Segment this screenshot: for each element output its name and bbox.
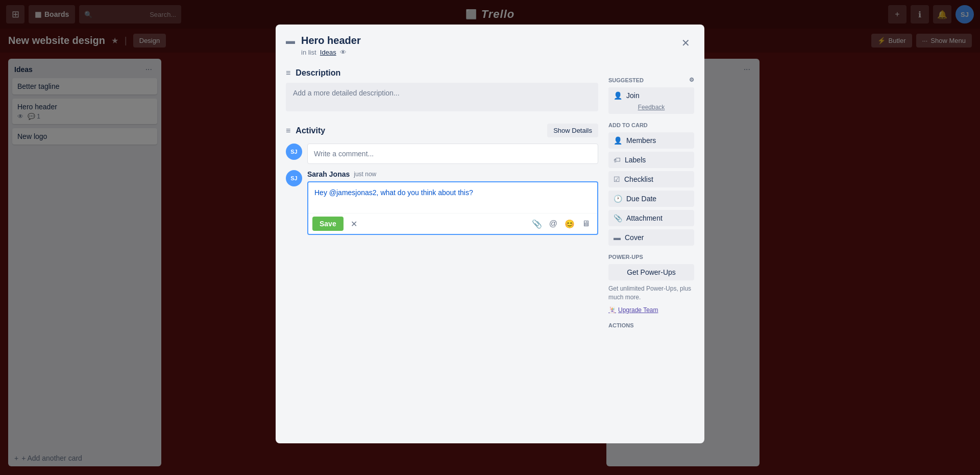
add-to-card-title-text: ADD TO CARD: [608, 122, 648, 128]
attachment-label: Attachment: [626, 214, 663, 222]
members-icon: 👤: [614, 136, 622, 145]
activity-icon: ≡: [286, 126, 290, 135]
add-to-card-title: ADD TO CARD: [608, 122, 694, 128]
cancel-comment-button[interactable]: ✕: [348, 217, 360, 231]
comment-placeholder: Write a comment...: [314, 150, 374, 158]
comment-text: Hey @jamesjonas2, what do you think abou…: [308, 182, 597, 213]
join-label: Join: [626, 91, 640, 100]
due-date-label: Due Date: [626, 195, 656, 203]
comment-time: just now: [354, 171, 376, 178]
modal-body: ≡ Description Add a more detailed descri…: [276, 60, 704, 339]
checklist-icon: ☑: [614, 175, 620, 183]
modal-header: ▬ Hero header in list Ideas 👁 ✕: [276, 25, 704, 60]
power-ups-title: POWER-UPS: [608, 254, 694, 260]
comment-highlighted-text: Hey @jamesjonas2, what do you think abou…: [314, 188, 473, 197]
current-user-avatar: SJ: [286, 144, 302, 160]
cover-label: Cover: [625, 233, 644, 242]
activity-title: Activity: [296, 126, 325, 135]
join-icon: 👤: [614, 91, 622, 100]
modal-main: ≡ Description Add a more detailed descri…: [286, 60, 598, 328]
activity-header: ≡ Activity Show Details: [286, 124, 598, 137]
upgrade-link[interactable]: 🃏 Upgrade Team: [608, 306, 658, 314]
screen-tool-button[interactable]: 🖥: [579, 217, 593, 231]
suggested-section: SUGGESTED ⚙ 👤 Join Feedback: [608, 77, 694, 114]
suggested-container: 👤 Join Feedback: [608, 87, 694, 114]
activity-header-left: ≡ Activity: [286, 126, 325, 135]
modal-sidebar: SUGGESTED ⚙ 👤 Join Feedback ADD TO CA: [598, 60, 694, 328]
comment-input[interactable]: Write a comment...: [307, 144, 598, 164]
card-modal-subtitle: in list Ideas 👁: [301, 49, 671, 56]
power-ups-description: Get unlimited Power-Ups, plus much more.: [608, 284, 694, 302]
attachment-icon: 📎: [614, 214, 622, 222]
description-icon: ≡: [286, 68, 290, 78]
upgrade-icon: 🃏: [608, 306, 616, 314]
actions-title: ACTIONS: [608, 322, 694, 328]
card-modal-icon: ▬: [286, 36, 295, 46]
modal-title-section: Hero header in list Ideas 👁: [301, 35, 671, 56]
cover-button[interactable]: ▬ Cover: [608, 229, 694, 246]
comment-author-name: Sarah Jonas: [307, 170, 350, 178]
suggested-title: SUGGESTED ⚙: [608, 77, 694, 83]
checklist-button[interactable]: ☑ Checklist: [608, 171, 694, 187]
comment-box: Hey @jamesjonas2, what do you think abou…: [307, 181, 598, 235]
members-label: Members: [626, 136, 656, 145]
get-power-ups-button[interactable]: Get Power-Ups: [608, 264, 694, 280]
modal-close-button[interactable]: ✕: [677, 35, 694, 51]
actions-section: ACTIONS: [608, 322, 694, 328]
power-ups-section: POWER-UPS Get Power-Ups Get unlimited Po…: [608, 254, 694, 314]
save-comment-button[interactable]: Save: [312, 217, 344, 231]
due-date-icon: 🕐: [614, 195, 622, 203]
in-list-link[interactable]: Ideas: [320, 49, 336, 56]
labels-button[interactable]: 🏷 Labels: [608, 152, 694, 168]
mention-tool-button[interactable]: @: [546, 217, 560, 231]
comment-tools: 📎 @ 😊 🖥: [529, 217, 593, 231]
active-comment-section: Sarah Jonas just now Hey @jamesjonas2, w…: [307, 170, 598, 235]
active-comment-row: SJ Sarah Jonas just now Hey @jamesjonas2…: [286, 170, 598, 235]
feedback-link[interactable]: Feedback: [608, 104, 694, 114]
emoji-tool-button[interactable]: 😊: [561, 217, 578, 231]
due-date-button[interactable]: 🕐 Due Date: [608, 191, 694, 207]
cover-icon: ▬: [614, 233, 621, 242]
attachment-button[interactable]: 📎 Attachment: [608, 210, 694, 226]
card-modal-title: Hero header: [301, 35, 671, 46]
description-placeholder[interactable]: Add a more detailed description...: [286, 83, 598, 111]
labels-icon: 🏷: [614, 156, 621, 164]
checklist-label: Checklist: [624, 175, 653, 183]
suggested-title-text: SUGGESTED: [608, 77, 644, 83]
labels-label: Labels: [625, 156, 646, 164]
comment-input-row: SJ Write a comment...: [286, 144, 598, 164]
comment-actions: Save ✕ 📎 @ 😊 🖥: [308, 213, 597, 234]
attach-tool-button[interactable]: 📎: [529, 217, 545, 231]
card-modal: ▬ Hero header in list Ideas 👁 ✕ ≡ Descri…: [276, 25, 704, 443]
modal-overlay[interactable]: ▬ Hero header in list Ideas 👁 ✕ ≡ Descri…: [0, 0, 980, 475]
watch-icon-modal: 👁: [340, 49, 347, 56]
author-avatar: SJ: [286, 170, 302, 186]
gear-icon: ⚙: [689, 77, 694, 83]
description-header: ≡ Description: [286, 68, 598, 78]
description-title: Description: [296, 68, 340, 78]
join-button[interactable]: 👤 Join: [608, 87, 694, 104]
members-button[interactable]: 👤 Members: [608, 132, 694, 149]
power-ups-title-text: POWER-UPS: [608, 254, 643, 260]
in-list-prefix: in list: [301, 49, 316, 56]
comment-author-row: Sarah Jonas just now: [307, 170, 598, 178]
show-details-button[interactable]: Show Details: [547, 124, 598, 137]
upgrade-label: Upgrade Team: [618, 306, 658, 314]
add-to-card-section: ADD TO CARD 👤 Members 🏷 Labels ☑ Checkli…: [608, 122, 694, 246]
